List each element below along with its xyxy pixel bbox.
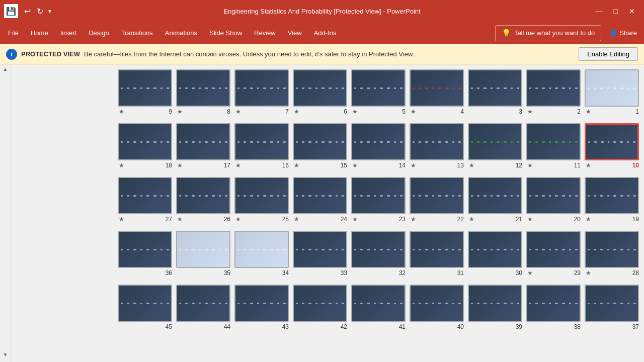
- slide-item-14[interactable]: ★14: [351, 123, 406, 169]
- slide-item-41[interactable]: 41: [351, 285, 406, 330]
- slide-number-2: 2: [577, 108, 581, 115]
- menu-bar: File Home Insert Design Transitions Anim…: [0, 22, 644, 44]
- slide-item-2[interactable]: ★2: [526, 69, 581, 115]
- slide-item-20[interactable]: ★20: [526, 177, 581, 223]
- slide-item-7[interactable]: ★7: [234, 69, 289, 115]
- slide-item-4[interactable]: ★4: [410, 69, 464, 115]
- menu-file[interactable]: File: [2, 25, 25, 41]
- slide-item-29[interactable]: ★29: [526, 231, 581, 277]
- undo-button[interactable]: ↩: [22, 6, 33, 17]
- slide-item-13[interactable]: ★13: [410, 123, 464, 169]
- slide-info-13: ★13: [410, 162, 464, 169]
- slide-thumb-inner-29: [527, 232, 580, 267]
- lightbulb-icon: 💡: [502, 29, 511, 38]
- slide-thumb-inner-11: [527, 124, 580, 159]
- slide-item-27[interactable]: ★27: [118, 177, 172, 223]
- menu-animations[interactable]: Animations: [159, 25, 203, 41]
- share-button[interactable]: 👤 Share: [604, 26, 642, 40]
- slide-thumb-14: [351, 123, 406, 160]
- menu-home[interactable]: Home: [25, 25, 54, 41]
- menu-insert[interactable]: Insert: [54, 25, 83, 41]
- slide-item-19[interactable]: ★19: [585, 177, 639, 223]
- star-icon-1: ★: [586, 108, 591, 115]
- slide-item-36[interactable]: 36: [118, 231, 172, 277]
- slide-item-21[interactable]: ★21: [468, 177, 522, 223]
- slide-item-40[interactable]: 40: [410, 285, 464, 330]
- slide-info-28: ★28: [585, 269, 639, 277]
- slide-item-35[interactable]: 35: [176, 231, 230, 277]
- slide-item-39[interactable]: 39: [468, 285, 522, 330]
- slide-item-17[interactable]: ★17: [176, 123, 230, 169]
- info-icon: i: [6, 49, 17, 60]
- slide-item-5[interactable]: ★5: [351, 69, 406, 115]
- slide-thumb-inner-22: [411, 178, 463, 213]
- star-icon-29: ★: [527, 269, 533, 277]
- slide-item-34[interactable]: 34: [234, 231, 289, 277]
- slide-item-30[interactable]: 30: [468, 231, 522, 277]
- slide-item-24[interactable]: ★24: [293, 177, 347, 223]
- slide-number-11: 11: [574, 162, 581, 169]
- close-button[interactable]: ✕: [624, 5, 640, 17]
- scroll-up-arrow[interactable]: ▲: [2, 66, 10, 74]
- slide-thumb-inner-23: [352, 178, 405, 213]
- slide-thumb-inner-32: [352, 232, 405, 267]
- slide-info-37: 37: [585, 323, 639, 330]
- slide-item-31[interactable]: 31: [410, 231, 464, 277]
- slide-item-37[interactable]: 37: [585, 285, 639, 330]
- slide-item-38[interactable]: 38: [526, 285, 581, 330]
- menu-design[interactable]: Design: [83, 25, 115, 41]
- slide-thumb-9: [118, 69, 172, 107]
- slide-item-16[interactable]: ★16: [234, 123, 289, 169]
- slide-item-25[interactable]: ★25: [234, 177, 289, 223]
- undo-redo-group: ↩ ↻ ▼: [22, 6, 52, 17]
- star-icon-16: ★: [235, 162, 241, 169]
- slide-item-3[interactable]: 3: [468, 69, 522, 115]
- slide-item-26[interactable]: ★26: [176, 177, 230, 223]
- slide-thumb-27: [118, 177, 172, 214]
- slide-item-15[interactable]: ★15: [293, 123, 347, 169]
- slide-thumb-inner-27: [119, 178, 171, 213]
- slide-item-28[interactable]: ★28: [585, 231, 639, 277]
- slide-item-22[interactable]: ★22: [410, 177, 464, 223]
- tell-me-box[interactable]: 💡 Tell me what you want to do: [495, 25, 601, 41]
- slide-thumb-inner-3: [469, 70, 521, 106]
- redo-button[interactable]: ↻: [35, 6, 45, 17]
- slide-item-12[interactable]: ★12: [468, 123, 522, 169]
- slide-info-33: 33: [293, 269, 347, 277]
- slide-item-33[interactable]: 33: [293, 231, 347, 277]
- menu-slideshow[interactable]: Slide Show: [203, 25, 248, 41]
- enable-editing-button[interactable]: Enable Editing: [579, 47, 638, 61]
- slide-item-43[interactable]: 43: [234, 285, 289, 330]
- slide-item-6[interactable]: ★6: [293, 69, 347, 115]
- menu-addins[interactable]: Add-Ins: [308, 25, 343, 41]
- slide-item-45[interactable]: 45: [118, 285, 172, 330]
- slide-item-32[interactable]: 32: [351, 231, 406, 277]
- star-icon-6: ★: [294, 108, 299, 115]
- scroll-down-arrow[interactable]: ▼: [2, 352, 10, 360]
- slide-info-3: 3: [468, 108, 522, 115]
- slide-thumb-inner-26: [177, 178, 229, 213]
- menu-view[interactable]: View: [282, 25, 308, 41]
- slide-item-1[interactable]: ★1: [585, 69, 639, 115]
- slide-number-27: 27: [166, 216, 172, 223]
- slide-item-10[interactable]: ★10: [585, 123, 639, 169]
- minimize-button[interactable]: —: [591, 5, 608, 17]
- star-icon-11: ★: [527, 162, 533, 169]
- slide-item-23[interactable]: ★23: [351, 177, 406, 223]
- maximize-button[interactable]: □: [609, 5, 623, 17]
- menu-transitions[interactable]: Transitions: [115, 25, 159, 41]
- save-icon[interactable]: 💾: [4, 4, 18, 18]
- slide-item-9[interactable]: ★9: [118, 69, 172, 115]
- slide-item-11[interactable]: ★11: [526, 123, 581, 169]
- slide-item-8[interactable]: ★8: [176, 69, 230, 115]
- slide-item-42[interactable]: 42: [293, 285, 347, 330]
- menu-review[interactable]: Review: [248, 25, 282, 41]
- slide-number-33: 33: [341, 269, 347, 277]
- slide-info-31: 31: [410, 269, 464, 277]
- slide-item-18[interactable]: ★18: [118, 123, 172, 169]
- slide-thumb-inner-6: [294, 70, 346, 106]
- quick-access-dropdown[interactable]: ▼: [47, 9, 52, 14]
- slide-item-44[interactable]: 44: [176, 285, 230, 330]
- window-title: Engineering Statistics And Probability […: [223, 8, 420, 15]
- slide-info-22: ★22: [410, 216, 464, 223]
